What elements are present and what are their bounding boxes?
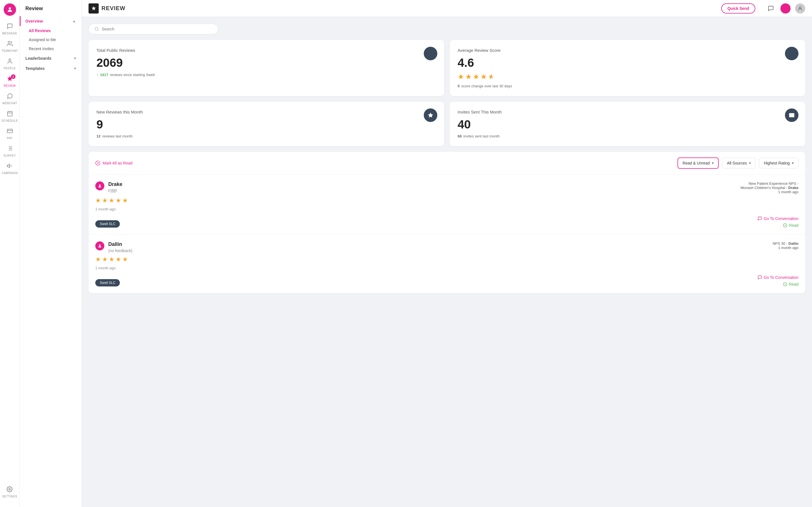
- leaderboards-label: Leaderboards: [26, 56, 52, 61]
- templates-label: Templates: [26, 66, 45, 71]
- read-label-1: Read: [789, 223, 799, 228]
- invites-sent-value: 40: [458, 118, 797, 131]
- avg-score-sub-value: 0: [458, 84, 460, 88]
- avg-score-icon: [785, 47, 799, 60]
- review-meta-time-1: 1 month ago: [741, 190, 799, 194]
- svg-point-0: [9, 7, 11, 10]
- review-meta-time-2: 1 month ago: [772, 245, 799, 250]
- review-time-2: 1 month ago: [95, 266, 799, 270]
- app-container: MESSAGE TEAMCHAT PEOPLE 3 REVIEW WEBCH: [0, 0, 812, 507]
- teamchat-icon: [7, 41, 13, 48]
- review-stars-row-1: ★ ★ ★ ★ ★: [95, 197, 799, 204]
- nav-item-overview[interactable]: Overview ▲: [20, 16, 82, 26]
- nav-subitem-assigned-to-me[interactable]: Assigned to Me: [20, 35, 82, 44]
- quick-send-button[interactable]: Quick Send: [721, 3, 755, 13]
- sidebar-item-review-label: REVIEW: [4, 84, 15, 87]
- app-logo[interactable]: [4, 3, 16, 16]
- stats-grid: Total Public Reviews 2069 ↑ 1817 reviews…: [89, 40, 805, 146]
- highest-rating-filter[interactable]: Highest Rating ▾: [759, 158, 799, 168]
- sidebar-item-settings-label: SETTINGS: [2, 495, 17, 498]
- svg-rect-7: [7, 129, 12, 133]
- icon-sidebar: MESSAGE TEAMCHAT PEOPLE 3 REVIEW WEBCH: [0, 0, 20, 507]
- webchat-icon: [7, 93, 13, 101]
- sidebar-item-settings[interactable]: SETTINGS: [2, 483, 17, 501]
- sidebar-item-survey[interactable]: SURVEY: [0, 143, 19, 160]
- svg-point-21: [99, 244, 100, 246]
- review-feedback-2: (no feedback): [108, 248, 133, 253]
- mark-all-as-read-button[interactable]: Mark All as Read: [95, 161, 133, 166]
- rev-star-1-2: ★: [102, 197, 108, 204]
- svg-point-1: [8, 41, 10, 43]
- total-reviews-value: 2069: [96, 56, 436, 69]
- read-unread-filter[interactable]: Read & Unread ▾: [677, 158, 719, 169]
- review-source-info-1: New Patient Experience NPS -: [741, 181, 799, 186]
- avg-score-sub: 0 score change over last 30 days: [458, 84, 797, 88]
- rev-star-1-4: ★: [116, 197, 121, 204]
- nav-subitem-all-reviews[interactable]: All Reviews: [20, 26, 82, 35]
- stat-card-avg-score: Average Review Score 4.6 ★ ★ ★ ★ ★ ★ 0: [450, 40, 805, 96]
- reviews-section: Mark All as Read Read & Unread ▾ All Sou…: [89, 152, 805, 293]
- rev-star-1-1: ★: [95, 197, 101, 204]
- brand-star-icon: ★: [89, 3, 99, 13]
- all-reviews-label: All Reviews: [29, 29, 51, 33]
- sidebar-item-webchat[interactable]: WEBCHAT: [0, 90, 19, 108]
- mark-all-label: Mark All as Read: [103, 161, 133, 165]
- sidebar-item-schedule[interactable]: SCHEDULE: [0, 108, 19, 125]
- read-check-icon-2: [783, 282, 788, 286]
- stat-card-new-reviews: New Reviews this Month 9 12 reviews last…: [89, 102, 444, 146]
- all-sources-chevron-icon: ▾: [749, 161, 751, 165]
- search-bar[interactable]: [89, 24, 218, 34]
- chat-icon-button[interactable]: [766, 3, 776, 13]
- review-header-2: Dallin (no feedback) NPS 30 - Dallin 1 m…: [95, 241, 799, 253]
- review-stars-row-2: ★ ★ ★ ★ ★: [95, 256, 799, 263]
- read-label-2: Read: [789, 282, 799, 286]
- source-bold-2: Dallin: [789, 241, 799, 245]
- schedule-icon: [7, 110, 13, 118]
- sidebar-item-campaign[interactable]: CAMPAIGN: [0, 160, 19, 177]
- sidebar-item-review[interactable]: 3 REVIEW: [0, 73, 19, 90]
- total-reviews-sub-text: reviews since starting Swell: [110, 73, 155, 77]
- invites-sent-sub-value: 68: [458, 134, 462, 138]
- sidebar-item-pay[interactable]: PAY: [0, 125, 19, 143]
- invites-sent-sub-text: invites sent last month: [463, 134, 500, 138]
- nav-item-overview-label: Overview: [26, 19, 43, 23]
- nav-section-title: Review: [20, 6, 82, 16]
- review-source-info-2: NPS 30 - Dallin: [772, 241, 799, 245]
- svg-point-18: [95, 27, 98, 31]
- analytics-icon-button[interactable]: [780, 3, 791, 13]
- sidebar-item-campaign-label: CAMPAIGN: [2, 172, 18, 175]
- nav-subitem-recent-invites[interactable]: Recent Invites: [20, 44, 82, 53]
- nav-sidebar: Review Overview ▲ All Reviews Assigned t…: [20, 0, 82, 507]
- leaderboards-arrow-icon: ▾: [74, 56, 76, 60]
- invites-sent-sub: 68 invites sent last month: [458, 134, 797, 138]
- source-bold-1: Drake: [788, 186, 799, 190]
- svg-point-17: [799, 6, 801, 8]
- nav-item-templates[interactable]: Templates ▾: [20, 63, 82, 73]
- go-to-conversation-2[interactable]: Go To Conversation: [758, 275, 799, 280]
- review-time-1: 1 month ago: [95, 207, 799, 211]
- overview-arrow-icon: ▲: [72, 19, 76, 23]
- sidebar-item-people[interactable]: PEOPLE: [0, 55, 19, 73]
- review-meta-right-1: New Patient Experience NPS - Monash Chil…: [741, 181, 799, 194]
- rev-star-1-3: ★: [109, 197, 114, 204]
- review-text-2: Dallin (no feedback): [108, 241, 133, 253]
- up-arrow-icon: ↑: [96, 72, 98, 77]
- go-to-conversation-1[interactable]: Go To Conversation: [758, 216, 799, 221]
- review-text-1: Drake Fjfjfjf: [108, 181, 122, 193]
- sidebar-item-teamchat[interactable]: TEAMCHAT: [0, 38, 19, 55]
- review-item: Dallin (no feedback) NPS 30 - Dallin 1 m…: [89, 234, 805, 293]
- user-avatar[interactable]: [795, 3, 805, 13]
- nav-item-leaderboards[interactable]: Leaderboards ▾: [20, 53, 82, 63]
- svg-point-20: [99, 184, 100, 186]
- sidebar-item-message[interactable]: MESSAGE: [0, 20, 19, 38]
- all-sources-filter[interactable]: All Sources ▾: [722, 158, 756, 168]
- avg-score-stars: ★ ★ ★ ★ ★ ★: [458, 72, 797, 81]
- review-item: Drake Fjfjfjf New Patient Experience NPS…: [89, 174, 805, 234]
- avg-score-label: Average Review Score: [458, 48, 797, 53]
- go-to-convo-label-2: Go To Conversation: [764, 275, 799, 280]
- templates-arrow-icon: ▾: [74, 66, 76, 70]
- read-status-1: Read: [783, 223, 799, 228]
- review-left-section-2: Dallin (no feedback): [95, 241, 133, 253]
- review-header: Drake Fjfjfjf New Patient Experience NPS…: [95, 181, 799, 194]
- search-input[interactable]: [102, 27, 212, 31]
